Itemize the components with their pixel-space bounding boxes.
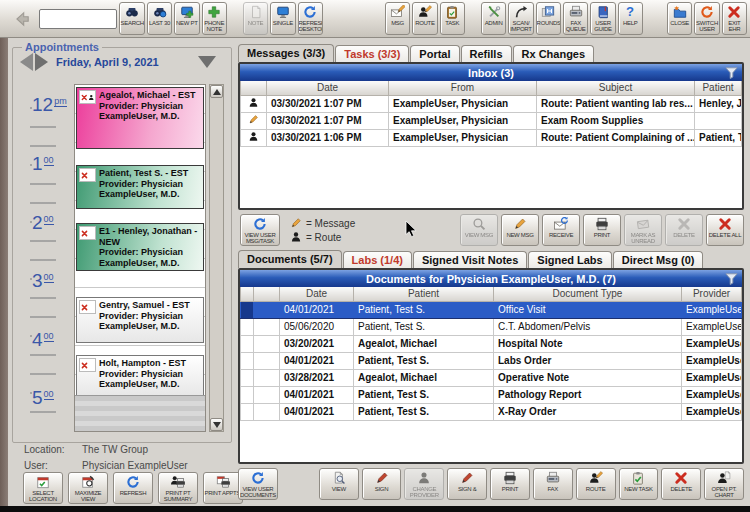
main-toolbar: SEARCH LAST 30 NEW PT PHONE NOTE NOTE SI… bbox=[0, 0, 750, 38]
docs-col-type[interactable]: Document Type bbox=[494, 287, 682, 301]
close-button[interactable]: CLOSE bbox=[667, 2, 692, 35]
new-pt-button[interactable]: NEW PT bbox=[174, 2, 199, 35]
calendar-check-icon bbox=[36, 475, 50, 489]
desktop-panel: Messages (3/3) Tasks (3/3) Portal Refill… bbox=[238, 44, 746, 506]
search-button[interactable]: SEARCH bbox=[119, 2, 144, 35]
inbox-col-subject[interactable]: Subject bbox=[537, 81, 695, 95]
tab-refills[interactable]: Refills bbox=[461, 45, 512, 62]
inbox-col-icon[interactable] bbox=[241, 81, 267, 95]
document-row[interactable]: 03/20/2021Agealot, Michael Hospital Note… bbox=[241, 335, 742, 352]
fax-icon bbox=[569, 5, 583, 19]
inbox-col-date[interactable]: Date bbox=[267, 81, 389, 95]
delete-all-button[interactable]: DELETE ALL bbox=[706, 214, 744, 246]
prev-day-button[interactable] bbox=[20, 53, 33, 71]
tab-signed-labs[interactable]: Signed Labs bbox=[528, 251, 611, 268]
appointment-card[interactable]: Agealot, Michael - ESTProvider: Physicia… bbox=[76, 87, 204, 149]
print-pt-summary-button[interactable]: PRINT PT SUMMARY bbox=[158, 472, 198, 504]
next-day-button[interactable] bbox=[35, 53, 48, 71]
task-button[interactable]: TASK bbox=[440, 2, 465, 35]
tab-rx-changes[interactable]: Rx Changes bbox=[513, 45, 595, 62]
clipboard-check-icon bbox=[631, 471, 645, 485]
docs-col-date[interactable]: Date bbox=[280, 287, 354, 301]
document-row[interactable]: 05/06/2020Patient, Test S. C.T. Abdomen/… bbox=[241, 318, 742, 335]
document-row[interactable]: 04/01/2021Patient, Test S. Office VisitE… bbox=[241, 301, 742, 318]
calendar-printer-icon bbox=[216, 475, 230, 489]
receive-button[interactable]: RECEIVE bbox=[542, 214, 580, 246]
inbox-row[interactable]: 03/30/2021 1:06 PMExampleUser, Physician… bbox=[241, 129, 742, 146]
scroll-down-icon[interactable] bbox=[210, 418, 223, 431]
msg-button[interactable]: MSG bbox=[385, 2, 410, 35]
new-msg-button[interactable]: NEW MSG bbox=[501, 214, 539, 246]
inbox-col-from[interactable]: From bbox=[389, 81, 537, 95]
fax-icon bbox=[546, 471, 560, 485]
rounds-button[interactable]: ROUNDS bbox=[536, 2, 561, 35]
document-row[interactable]: 03/28/2021Agealot, Michael Operative Not… bbox=[241, 369, 742, 386]
person-page-icon bbox=[717, 471, 731, 485]
delete-msg-button: DELETE bbox=[665, 214, 703, 246]
tab-tasks[interactable]: Tasks (3/3) bbox=[335, 45, 409, 62]
tab-labs[interactable]: Labs (1/4) bbox=[343, 251, 412, 268]
inbox-row[interactable]: 03/30/2021 1:07 PMExampleUser, Physician… bbox=[241, 95, 742, 112]
book-icon bbox=[596, 5, 610, 19]
last30-button[interactable]: LAST 30 bbox=[147, 2, 172, 35]
tools-icon bbox=[487, 5, 501, 19]
filter-icon[interactable] bbox=[724, 271, 739, 286]
appointment-card[interactable]: E1 - Henley, Jonathan - NEWProvider: Phy… bbox=[76, 223, 204, 271]
fax-queue-button[interactable]: FAX QUEUE bbox=[563, 2, 588, 35]
delete-document-button[interactable]: DELETE bbox=[661, 468, 701, 500]
select-location-user-button[interactable]: SELECT LOCATION AND USER bbox=[23, 472, 63, 504]
print-msg-button[interactable]: PRINT bbox=[583, 214, 621, 246]
route-button[interactable]: ROUTE bbox=[412, 2, 437, 35]
inbox-row[interactable]: 03/30/2021 1:07 PMExampleUser, Physician… bbox=[241, 112, 742, 129]
docs-col-patient[interactable]: Patient bbox=[354, 287, 494, 301]
refresh-button[interactable]: REFRESH bbox=[113, 472, 153, 504]
admin-button[interactable]: ADMIN bbox=[481, 2, 506, 35]
view-document-button[interactable]: VIEW bbox=[319, 468, 359, 500]
help-button[interactable]: HELP bbox=[618, 2, 643, 35]
filter-icon[interactable] bbox=[724, 65, 739, 80]
appointments-title: Appointments bbox=[22, 41, 102, 53]
sign-and-button[interactable]: SIGN & bbox=[447, 468, 487, 500]
tab-portal[interactable]: Portal bbox=[410, 45, 459, 62]
phone-note-button[interactable]: PHONE NOTE bbox=[202, 2, 227, 35]
user-guide-button[interactable]: USER GUIDE bbox=[590, 2, 615, 35]
view-user-msg-task-button[interactable]: VIEW USER MSG/TASK bbox=[240, 214, 280, 246]
print-appts-button[interactable]: PRINT APPTS. bbox=[203, 472, 243, 504]
new-task-button[interactable]: NEW TASK bbox=[619, 468, 659, 500]
single-button[interactable]: SINGLE bbox=[270, 2, 295, 35]
x-mark-icon bbox=[674, 471, 688, 485]
appointment-card[interactable]: Holt, Hampton - ESTProvider: Physician E… bbox=[76, 355, 204, 397]
refresh-desktop-button[interactable]: REFRESH DESKTOP bbox=[298, 2, 323, 35]
schedule-scrollbar[interactable] bbox=[209, 84, 224, 432]
fax-button[interactable]: FAX bbox=[533, 468, 573, 500]
back-arrow-icon[interactable] bbox=[11, 7, 33, 31]
tab-messages[interactable]: Messages (3/3) bbox=[238, 44, 334, 62]
document-row[interactable]: 04/01/2021Patient, Test S. X-Ray OrderEx… bbox=[241, 403, 742, 420]
view-user-documents-button[interactable]: VIEW USER DOCUMENTS bbox=[238, 468, 278, 500]
scroll-up-icon[interactable] bbox=[210, 85, 223, 98]
switch-user-button[interactable]: SWITCH USER bbox=[694, 2, 719, 35]
tab-documents[interactable]: Documents (5/7) bbox=[238, 250, 342, 268]
docs-col-provider[interactable]: Provider bbox=[682, 287, 742, 301]
document-row[interactable]: 04/01/2021Patient, Test S. Labs OrderExa… bbox=[241, 352, 742, 369]
scan-import-button[interactable]: SCAN/ IMPORT bbox=[508, 2, 533, 35]
print-document-button[interactable]: PRINT bbox=[490, 468, 530, 500]
x-mark-icon bbox=[718, 217, 732, 231]
calendar-dropdown-button[interactable] bbox=[198, 56, 216, 68]
appointment-card[interactable]: Patient, Test S. - ESTProvider: Physicia… bbox=[76, 165, 204, 209]
document-row[interactable]: 04/01/2021Patient, Test S. Pathology Rep… bbox=[241, 386, 742, 403]
open-pt-chart-button[interactable]: OPEN PT. CHART bbox=[704, 468, 744, 500]
tab-signed-visit-notes[interactable]: Signed Visit Notes bbox=[413, 251, 527, 268]
documents-header: Documents for Physician ExampleUser, M.D… bbox=[240, 270, 742, 287]
maximize-view-button[interactable]: MAXIMIZE VIEW bbox=[68, 472, 108, 504]
appointment-card[interactable]: Gentry, Samuel - ESTProvider: Physician … bbox=[76, 297, 204, 343]
sign-button[interactable]: SIGN bbox=[362, 468, 402, 500]
rounds-icon bbox=[541, 5, 555, 19]
exit-ehr-button[interactable]: EXIT EHR bbox=[722, 2, 747, 35]
inbox-col-patient[interactable]: Patient bbox=[695, 81, 742, 95]
patient-search-input[interactable] bbox=[39, 9, 117, 29]
route-document-button[interactable]: ROUTE bbox=[576, 468, 616, 500]
appointment-status-icon bbox=[79, 90, 96, 104]
tab-direct-msg[interactable]: Direct Msg (0) bbox=[613, 251, 704, 268]
pencil-red-icon bbox=[460, 471, 474, 485]
